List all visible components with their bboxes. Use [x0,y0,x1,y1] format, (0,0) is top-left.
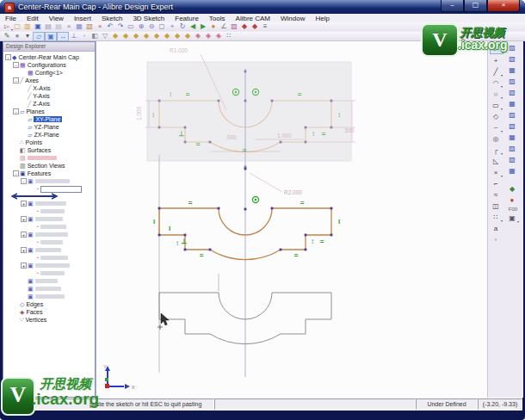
dimension-label[interactable]: .500 [343,127,355,133]
viewport[interactable]: ↕==↕⊥==↕=↕==III⊥↕==↕= R1.0001.000.0001.0… [96,41,488,398]
tree-item-y-axis[interactable]: ╱Y-Axis [3,92,95,100]
select-button[interactable]: ▻▾ [2,22,12,31]
sketch-text-button[interactable]: a [490,224,502,233]
maximize-button[interactable]: ▢ [464,0,487,12]
redo-button[interactable]: ↷ [115,22,126,31]
tree-item-clock[interactable]: ◔ [3,223,95,231]
activate-sketch-button[interactable]: ✎ [2,32,12,40]
color-properties-button[interactable]: ▨ [229,22,239,31]
dimension-label[interactable]: R1.000 [170,47,188,53]
zoom-fit-button[interactable]: ◻ [157,22,167,31]
tree-item-clock[interactable]: ◔ [3,207,95,215]
tree-item-surfaces[interactable]: ◧Surfaces [3,146,95,154]
tree-item-clock[interactable]: ◔ [3,185,95,193]
redline-button[interactable]: ◆ [239,22,250,31]
expander-icon[interactable]: - [5,54,11,60]
zoom-in-button[interactable]: ⊕ [136,22,146,31]
tree-item-planes[interactable]: -▱Planes [3,108,95,115]
drawing-button[interactable]: ▧ [506,54,518,64]
save-button[interactable]: ▣ [33,22,43,31]
tree-item-ghostpink[interactable]: ▨ [3,154,95,162]
tree-item-clock[interactable]: ◔ [3,254,95,262]
tree-item-clock[interactable]: ◔ [3,269,95,277]
rectangle-button[interactable]: ▭▾ [490,101,502,110]
tree-item-zx-plane[interactable]: ▱ZX-Plane [3,131,95,139]
tree-item-yz-plane[interactable]: ▱YZ-Plane [3,123,95,131]
tree-item-configurations[interactable]: -▦Configurations [3,61,95,69]
sketch-tool-button[interactable]: ▣ [45,32,57,41]
orb-view-button[interactable]: ● [506,195,518,205]
tree-item-axes[interactable]: -╱Axes [3,77,95,84]
dimension-label[interactable]: R2.000 [284,189,302,195]
cut-button[interactable]: × [64,22,74,31]
section-tool-button[interactable]: ▧ [506,88,518,97]
next-view-button[interactable]: ▶ [198,22,208,31]
zoom-out-button[interactable]: ⊖ [146,22,157,31]
revolve-cut-button[interactable]: ◆ [141,32,151,40]
tree-item-edges[interactable]: ◇Edges [3,300,95,308]
menu-feature[interactable]: Feature [170,15,204,22]
print-button[interactable]: ▤ [43,22,53,31]
extrude-boss-button[interactable]: ◆ [110,32,120,40]
tree-item-feat[interactable]: +▣ [3,246,95,254]
rotate-view-button[interactable]: ↻ [177,22,188,31]
node-edit-button[interactable]: ◦ [490,235,502,244]
markup-button[interactable]: ◆ [250,22,260,31]
tree-item-faces[interactable]: ◈Faces [3,308,95,316]
polygon-button[interactable]: ◇ [490,112,502,121]
title-bar[interactable]: a Center-Rear Main Cap - Alibre Design E… [0,0,525,14]
mirror-2d-button[interactable]: ◫ [490,201,502,211]
point-button[interactable]: + [490,56,502,65]
fillet-button[interactable]: ◈ [193,32,203,40]
expander-icon[interactable]: + [21,232,27,238]
dropdown-arrow-icon[interactable]: ▾ [517,220,519,224]
tree-item-vertices[interactable]: ∵Vertices [3,316,95,324]
circle-button[interactable]: ○▾ [490,90,502,99]
previous-view-button[interactable]: ◀ [188,22,198,31]
tree-item-feat[interactable]: +▣ [3,215,95,223]
reference-button[interactable]: ▽ [100,32,110,40]
dimension-label[interactable]: 1.000 [277,133,292,139]
sweep-button[interactable]: ◆ [151,32,162,40]
measure-3d-button[interactable]: ▨ [506,77,518,86]
tree-item-features[interactable]: -▣Features [3,170,95,177]
dropdown-arrow-icon[interactable]: ▾ [501,108,503,111]
tree-item-clock[interactable]: ◔ [3,238,95,246]
node-tool-button[interactable]: ◦ [79,32,90,40]
spline-button[interactable]: ~▾ [490,123,502,133]
extend-button[interactable]: ⌐ [490,179,502,188]
dropdown-arrow-icon[interactable]: ▾ [501,74,503,77]
dropdown-arrow-icon[interactable]: ▾ [501,175,503,178]
extrude-cut-button[interactable]: ◆ [120,32,131,40]
menu-3d-sketch[interactable]: 3D Sketch [127,15,170,22]
options-button[interactable]: ≡ [260,22,270,31]
material-button[interactable]: ▦ [506,133,518,142]
analysis-button[interactable]: ◧ [90,32,100,40]
expander-icon[interactable]: + [21,262,27,269]
new-button[interactable]: ▢ [12,22,22,31]
view-sphere-button[interactable]: ● [12,32,22,40]
menu-tools[interactable]: Tools [204,15,231,22]
zoom-window-button[interactable]: ▭ [126,22,136,31]
menu-view[interactable]: View [44,15,69,22]
tree-item-x-axis[interactable]: ╱X-Axis [3,84,95,92]
revolve-boss-button[interactable]: ◆ [131,32,141,40]
minimize-button[interactable]: – [441,0,464,12]
delete-button[interactable]: × [95,22,105,31]
undo-button[interactable]: ↶ [105,22,115,31]
redline-3d-button[interactable]: ▧ [506,155,518,164]
trim-button[interactable]: ×▾ [490,168,502,177]
hole-button[interactable]: ◈ [213,32,224,40]
view-menu-button[interactable]: ▾ [22,32,33,40]
chamfer-2d-button[interactable]: ◺ [490,157,502,166]
print-preview-button[interactable]: ▤ [53,22,64,31]
plane-tool-button[interactable]: ▱ [33,32,45,41]
tree-item-z-axis[interactable]: ╱Z-Axis [3,100,95,108]
measure-button[interactable]: ∠ [219,22,229,31]
menu-file[interactable]: File [0,15,22,22]
expander-icon[interactable]: - [13,170,19,176]
chamfer-button[interactable]: ◈ [203,32,213,40]
paste-button[interactable]: ▧ [84,22,95,31]
tree-item-feat[interactable]: ▣ [3,285,95,293]
render-button[interactable]: ▧ [506,121,518,131]
